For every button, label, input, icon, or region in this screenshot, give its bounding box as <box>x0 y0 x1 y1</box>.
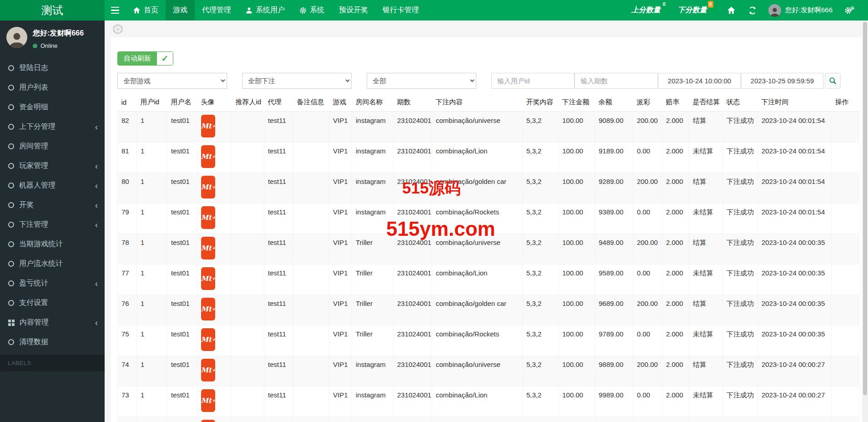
nav-item-6[interactable]: 预设开奖 <box>332 0 375 20</box>
cell-username: test01 <box>167 417 197 422</box>
cell-room: Triller <box>352 295 394 325</box>
top-navbar: 测试 首页游戏代理管理系统用户系统预设开奖银行卡管理 上分数量 0 下分数量 0… <box>0 0 868 20</box>
sidebar-item-6[interactable]: 玩家管理‹ <box>0 156 105 176</box>
chevron-left-icon: ‹ <box>95 280 98 288</box>
cell-game: VIP1 <box>329 295 352 325</box>
date-to-input[interactable] <box>741 73 823 89</box>
up-score-menu[interactable]: 上分数量 0 <box>628 5 664 15</box>
cell-bet: combinação/Lion <box>432 264 523 295</box>
search-button[interactable] <box>825 73 841 89</box>
sidebar-item-1[interactable]: 登陆日志 <box>0 58 105 78</box>
sidebar-item-7[interactable]: 机器人管理‹ <box>0 176 105 195</box>
column-header: 是否结算 <box>689 93 723 112</box>
home-shortcut-button[interactable] <box>721 6 742 14</box>
sidebar-item-8[interactable]: 开奖‹ <box>0 195 105 215</box>
nav-item-2[interactable]: 游戏 <box>166 0 195 20</box>
cell-amount: 100.00 <box>559 234 595 264</box>
period-input[interactable] <box>575 73 658 89</box>
table-row: 721test01Mt+test11VIP1instagram231024001… <box>118 417 859 422</box>
sidebar-item-3[interactable]: 资金明细 <box>0 97 105 117</box>
cell-settled: 结算 <box>689 295 723 325</box>
user-menu[interactable]: 您好:发财啊666 <box>763 4 838 17</box>
cell-balance: 9789.00 <box>595 325 633 356</box>
cell-action <box>832 142 859 173</box>
nav-item-3[interactable]: 代理管理 <box>195 0 238 20</box>
circle-icon <box>8 124 14 130</box>
sidebar-item-2[interactable]: 用户列表 <box>0 78 105 97</box>
cell-avatar: Mt+ <box>197 173 232 203</box>
nav-item-5[interactable]: 系统 <box>292 0 332 20</box>
cell-result: 5,3,2 <box>523 386 559 417</box>
cell-payout: 200.00 <box>633 234 662 264</box>
cell-id: 77 <box>118 264 137 295</box>
cell-referrer <box>232 325 264 356</box>
column-header: 期数 <box>394 93 432 112</box>
cell-action <box>832 264 859 295</box>
cell-game: VIP1 <box>329 112 352 142</box>
sidebar-item-11[interactable]: 用户流水统计 <box>0 254 105 274</box>
cell-status: 下注成功 <box>723 264 758 295</box>
meitu-avatar-image: Mt+ <box>201 145 215 168</box>
cell-bet: combinação/Lion <box>432 142 523 173</box>
sidebar-item-label: 清理数据 <box>19 337 48 347</box>
cell-user_id: 1 <box>137 417 167 422</box>
table-row: 811test01Mt+test11VIP1instagram231024001… <box>118 142 859 173</box>
sidebar-item-12[interactable]: 盈亏统计‹ <box>0 274 105 293</box>
cell-game: VIP1 <box>329 264 352 295</box>
sidebar-item-10[interactable]: 当期游戏统计 <box>0 234 105 254</box>
cell-action <box>832 325 859 356</box>
cell-period: 231024001 <box>394 386 432 417</box>
table-row: 751test01Mt+test11VIP1Triller231024001co… <box>118 325 859 356</box>
online-label: Online <box>40 42 58 49</box>
cell-username: test01 <box>167 142 197 173</box>
nav-item-7[interactable]: 银行卡管理 <box>375 0 426 20</box>
refresh-button[interactable] <box>742 6 763 15</box>
auto-refresh-toggle[interactable]: 自动刷新 ✓ <box>117 51 173 66</box>
status-filter-select[interactable]: 全部 <box>367 73 476 89</box>
cell-time: 2023-10-24 00:00:35 <box>758 234 832 264</box>
cell-status: 下注成功 <box>723 417 758 422</box>
cell-agent: test11 <box>264 112 293 142</box>
game-filter-select[interactable]: 全部游戏 <box>117 73 227 89</box>
sidebar-item-4[interactable]: 上下分管理‹ <box>0 117 105 137</box>
sidebar-item-9[interactable]: 下注管理‹ <box>0 215 105 234</box>
cell-bet: combinação/Rockets <box>432 203 523 234</box>
column-header: 余额 <box>595 93 633 112</box>
cell-user_id: 1 <box>137 295 167 325</box>
cell-bet: combinação/Lion <box>432 386 523 417</box>
cell-time: 2023-10-24 00:01:54 <box>758 142 832 173</box>
cell-time: 2023-10-24 00:01:54 <box>758 112 832 142</box>
meitu-avatar-image: Mt+ <box>201 359 215 381</box>
cell-status: 下注成功 <box>723 356 758 386</box>
settings-cogs-icon[interactable] <box>838 6 861 15</box>
down-score-menu[interactable]: 下分数量 0 <box>674 5 711 15</box>
date-from-input[interactable] <box>658 73 741 89</box>
cell-remark <box>293 356 329 386</box>
cell-action <box>832 295 859 325</box>
cell-agent: test11 <box>264 386 293 417</box>
nav-item-4[interactable]: 系统用户 <box>238 0 292 20</box>
cell-balance: 10089.00 <box>595 417 633 422</box>
cell-referrer <box>232 142 264 173</box>
cell-result: 5,3,2 <box>523 112 559 142</box>
cell-id: 79 <box>118 203 137 234</box>
nav-item-1[interactable]: 首页 <box>126 0 166 20</box>
cell-odds: 2.000 <box>662 264 689 295</box>
cell-status: 下注成功 <box>723 325 758 356</box>
sidebar-item-13[interactable]: 支付设置 <box>0 293 105 313</box>
user-id-input[interactable] <box>491 73 575 89</box>
sidebar-item-15[interactable]: 清理数据 <box>0 332 105 352</box>
nav-item-label: 游戏 <box>173 5 187 15</box>
sidebar-item-14[interactable]: 内容管理‹ <box>0 313 105 332</box>
cell-status: 下注成功 <box>723 173 758 203</box>
sidebar-item-5[interactable]: 房间管理 <box>0 137 105 156</box>
cell-remark <box>293 295 329 325</box>
sidebar-toggle-icon[interactable] <box>105 0 126 20</box>
scrollbar-thumb[interactable] <box>863 22 867 395</box>
vertical-scrollbar[interactable] <box>862 20 868 422</box>
table-row: 731test01Mt+test11VIP1instagram231024001… <box>118 386 859 417</box>
cell-id: 81 <box>118 142 137 173</box>
bet-filter-select[interactable]: 全部下注 <box>242 73 352 89</box>
cell-payout: 0.00 <box>633 325 662 356</box>
cell-payout: 200.00 <box>633 356 662 386</box>
